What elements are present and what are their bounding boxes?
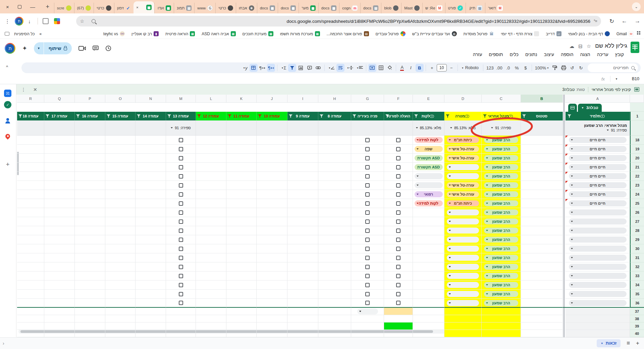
cell-O26[interactable]: [105, 208, 136, 217]
cell-E34[interactable]: [413, 281, 444, 290]
cell-L36[interactable]: [196, 299, 226, 308]
browser-tab[interactable]: ✓פורט: [445, 3, 466, 13]
cell-C23[interactable]: הרב שמעון: [482, 181, 521, 190]
cell-M38[interactable]: [166, 315, 196, 322]
checkbox[interactable]: [179, 201, 183, 206]
checkbox[interactable]: [396, 229, 400, 233]
cell-I22[interactable]: [287, 172, 318, 181]
cell-G22[interactable]: [351, 172, 384, 181]
dropdown-chip[interactable]: לקות למידה: [415, 137, 443, 143]
row-number[interactable]: 18: [630, 136, 644, 145]
dropdown-chip[interactable]: [569, 264, 627, 270]
cell-G32[interactable]: [351, 262, 384, 271]
dropdown-chip[interactable]: [569, 237, 627, 243]
cell-A23[interactable]: חיים חיים: [566, 181, 630, 190]
document-title[interactable]: גיליון ללא שם: [595, 43, 627, 49]
cell-R38[interactable]: [17, 315, 44, 322]
cell-D30[interactable]: [444, 244, 482, 253]
cell-H20[interactable]: [318, 154, 351, 163]
cell-F19[interactable]: [384, 145, 413, 154]
cell-N38[interactable]: [136, 315, 166, 322]
cell-B37[interactable]: [521, 308, 563, 315]
dropdown-chip[interactable]: כיתת חנ"מ: [447, 137, 479, 143]
cell-C35[interactable]: הרב שמעון: [482, 290, 521, 299]
cell-E22[interactable]: [413, 172, 444, 181]
checkbox[interactable]: [179, 219, 183, 224]
table-header-C[interactable]: מנהל אחראי: [482, 112, 521, 120]
dropdown-chip[interactable]: [447, 255, 479, 261]
bookmark-item[interactable]: ▦מערכת חונכים: [243, 31, 273, 36]
cell-F33[interactable]: [384, 271, 413, 281]
cell-R22[interactable]: [17, 172, 44, 181]
column-header-H[interactable]: H: [318, 95, 351, 103]
dropdown-chip[interactable]: הרב שמעון: [484, 228, 518, 234]
cell-E33[interactable]: [413, 271, 444, 281]
cell-N35[interactable]: [136, 290, 166, 299]
cell-C26[interactable]: הרב שמעון: [482, 208, 521, 217]
cell-F36[interactable]: [384, 299, 413, 308]
cell-N18[interactable]: [136, 136, 166, 145]
cell-Q34[interactable]: [44, 281, 75, 290]
cell-K22[interactable]: [226, 172, 257, 181]
cell-I29[interactable]: [287, 235, 318, 244]
cell-N25[interactable]: [136, 199, 166, 208]
dropdown-chip[interactable]: [569, 228, 627, 234]
cell-J31[interactable]: [257, 253, 287, 262]
cell-Q20[interactable]: [44, 154, 75, 163]
dropdown-chip[interactable]: [569, 273, 627, 279]
table-header-L[interactable]: עמודה 12: [196, 112, 226, 120]
cell-D35[interactable]: [444, 290, 482, 299]
cell-R31[interactable]: [17, 253, 44, 262]
cell-I32[interactable]: [287, 262, 318, 271]
row-number[interactable]: 35: [630, 290, 644, 299]
cell-D36[interactable]: [444, 299, 482, 308]
dropdown-chip[interactable]: חיים חיים: [569, 155, 627, 161]
cell-N40[interactable]: [136, 330, 166, 337]
cell-R28[interactable]: [17, 226, 44, 235]
cell-K40[interactable]: [226, 330, 257, 337]
checkbox[interactable]: [179, 292, 183, 296]
cell-B22[interactable]: [521, 172, 563, 181]
vertical-align-button[interactable]: ▼: [345, 64, 354, 72]
cell-D39[interactable]: [444, 322, 482, 330]
cell-A36[interactable]: [566, 299, 630, 308]
cell-H22[interactable]: [318, 172, 351, 181]
bookmark-item[interactable]: 🏛פורטל מוסדות: [464, 31, 494, 36]
dropdown-chip[interactable]: כיתת חנ"מ: [447, 200, 479, 206]
cell-L24[interactable]: [196, 190, 226, 199]
checkbox[interactable]: [365, 183, 370, 188]
cell-D37[interactable]: [444, 308, 482, 315]
row-number[interactable]: 40: [630, 330, 644, 337]
checkbox[interactable]: [365, 138, 370, 142]
cell-P24[interactable]: [75, 190, 105, 199]
cell-L30[interactable]: [196, 244, 226, 253]
table-menu-button[interactable]: [568, 104, 577, 112]
checkbox[interactable]: [179, 238, 183, 242]
back-icon[interactable]: →: [635, 18, 640, 24]
cell-A19[interactable]: חיים חיים: [566, 145, 630, 154]
cell-K38[interactable]: [226, 315, 257, 322]
checkbox[interactable]: [396, 147, 400, 151]
cell-N26[interactable]: [136, 208, 166, 217]
cell-C21[interactable]: הרב שמעון: [482, 163, 521, 172]
cell-H27[interactable]: [318, 217, 351, 226]
summary-value[interactable]: ספירה: 91: [171, 126, 191, 130]
cell-K33[interactable]: [226, 271, 257, 281]
summary-value[interactable]: ספירה: 91: [491, 126, 511, 130]
dropdown-chip[interactable]: [415, 173, 443, 179]
cell-L29[interactable]: [196, 235, 226, 244]
cell-L27[interactable]: [196, 217, 226, 226]
cell-J37[interactable]: [257, 308, 287, 315]
cell-G29[interactable]: [351, 235, 384, 244]
cell-F35[interactable]: [384, 290, 413, 299]
cell-D19[interactable]: עזרה-טל אישי: [444, 145, 482, 154]
browser-tab-active[interactable]: ▦×: [133, 1, 154, 13]
row-number[interactable]: 34: [630, 281, 644, 290]
cell-A34[interactable]: [566, 281, 630, 290]
cell-M25[interactable]: [166, 199, 196, 208]
merge-cells-button[interactable]: [368, 64, 376, 72]
cell-B30[interactable]: [521, 244, 563, 253]
cell-E25[interactable]: לקות למידה: [413, 199, 444, 208]
undo-button[interactable]: ↺: [568, 64, 576, 72]
cell-F32[interactable]: [384, 262, 413, 271]
